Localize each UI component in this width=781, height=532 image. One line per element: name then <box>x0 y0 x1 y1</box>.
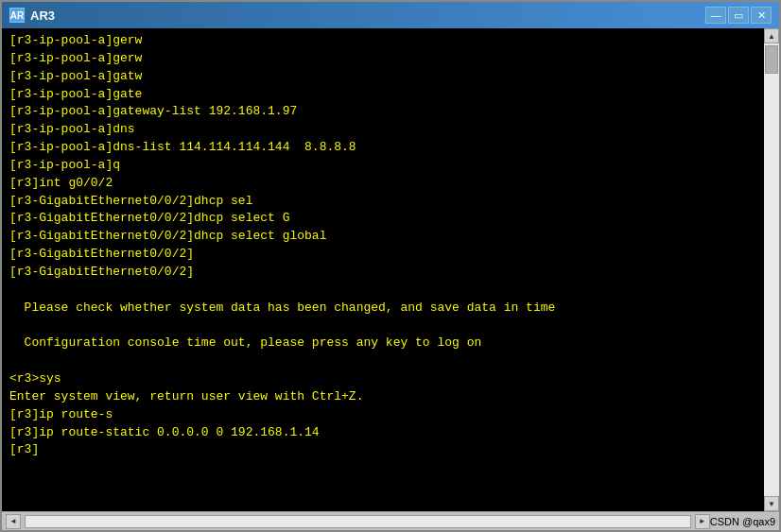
window-controls: — ▭ ✕ <box>705 7 772 24</box>
bottom-bar: ◄ ► CSDN @qax9 <box>2 511 779 530</box>
title-bar-left: AR AR3 <box>9 8 55 23</box>
watermark: CSDN @qax9 <box>710 516 775 527</box>
close-button[interactable]: ✕ <box>751 7 772 24</box>
scrollbar-thumb[interactable] <box>765 45 778 74</box>
restore-button[interactable]: ▭ <box>728 7 749 24</box>
app-icon: AR <box>9 8 25 23</box>
scroll-down-button[interactable]: ▼ <box>764 496 779 511</box>
scroll-up-button[interactable]: ▲ <box>764 28 779 43</box>
scrollbar-track[interactable] <box>764 43 779 496</box>
terminal-wrapper: [r3-ip-pool-a]gerw [r3-ip-pool-a]gerw [r… <box>2 28 779 511</box>
minimize-button[interactable]: — <box>705 7 726 24</box>
horizontal-scrollbar: ◄ ► <box>6 514 710 529</box>
h-scrollbar-track[interactable] <box>25 515 691 528</box>
window: AR AR3 — ▭ ✕ [r3-ip-pool-a]gerw [r3-ip-p… <box>0 0 781 532</box>
vertical-scrollbar[interactable]: ▲ ▼ <box>764 28 779 511</box>
window-title: AR3 <box>30 9 55 23</box>
terminal-output[interactable]: [r3-ip-pool-a]gerw [r3-ip-pool-a]gerw [r… <box>2 28 764 511</box>
title-bar: AR AR3 — ▭ ✕ <box>2 2 779 28</box>
scroll-right-button[interactable]: ► <box>695 514 710 529</box>
scroll-left-button[interactable]: ◄ <box>6 514 21 529</box>
app-icon-label: AR <box>10 10 24 21</box>
